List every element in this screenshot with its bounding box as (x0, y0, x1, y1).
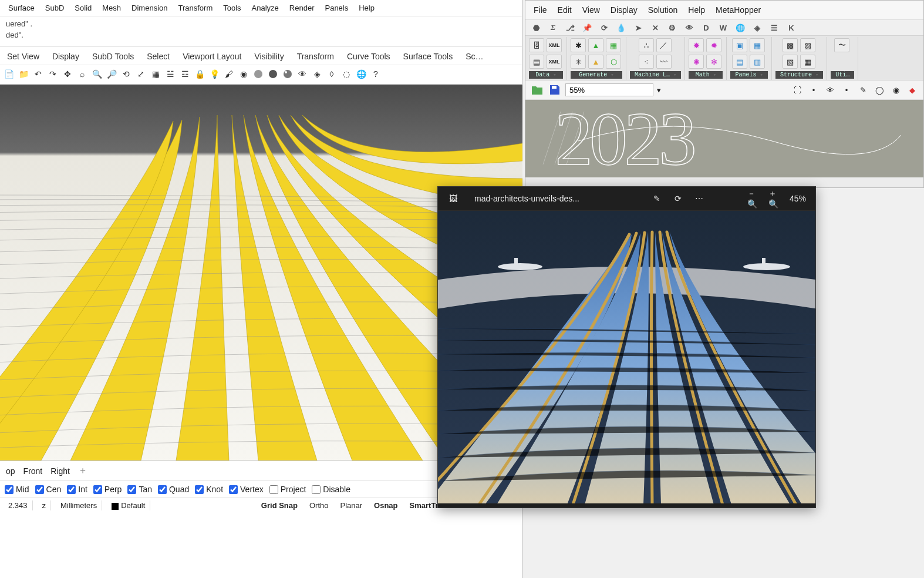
gh-dot-icon[interactable]: • (807, 83, 820, 96)
gh-open-icon[interactable] (530, 83, 544, 97)
photos-rotate-icon[interactable]: ⟳ (672, 193, 684, 204)
status-ortho[interactable]: Ortho (306, 500, 332, 510)
layers-icon[interactable]: ☱ (164, 68, 177, 80)
menu-mesh[interactable]: Mesh (102, 4, 121, 12)
sphere-gray-icon[interactable] (252, 68, 265, 80)
photos-more-icon[interactable]: ⋯ (693, 193, 705, 204)
menu-transform[interactable]: Transform (178, 4, 213, 12)
gh-save-icon[interactable] (548, 83, 562, 97)
gen-hex-icon[interactable]: ⬡ (606, 55, 621, 69)
hide-icon[interactable]: 👁 (296, 68, 309, 80)
menu-solid[interactable]: Solid (75, 4, 92, 12)
pan-icon[interactable]: ✥ (61, 68, 74, 80)
tab-visibility[interactable]: Visibility (254, 52, 284, 61)
pan-rct2-icon[interactable]: ▤ (732, 55, 747, 69)
menu-dimension[interactable]: Dimension (131, 4, 167, 12)
cat-d-icon[interactable]: D (702, 23, 711, 32)
str-mesh2-icon[interactable]: ▨ (800, 38, 815, 52)
gh-focus-icon[interactable]: ⛶ (791, 83, 804, 96)
data-grid-icon[interactable]: ▤ (529, 55, 544, 69)
zoom-prev-icon[interactable]: ⟲ (120, 68, 133, 80)
ml-scatter-icon[interactable]: ∴ (639, 38, 654, 52)
new-icon[interactable]: 📄 (2, 68, 15, 80)
data-xml-icon[interactable]: XML (547, 38, 562, 52)
gh-sphere2-icon[interactable]: ◉ (889, 83, 902, 96)
cat-eye-icon[interactable]: 👁 (684, 23, 694, 32)
status-osnap[interactable]: Osnap (370, 500, 401, 510)
pan-rct-icon[interactable]: ▣ (732, 38, 747, 52)
gh-menu-view[interactable]: View (582, 5, 600, 15)
cat-drop-icon[interactable]: 💧 (616, 23, 626, 32)
zoom-sel-icon[interactable]: 🔎 (105, 68, 118, 80)
tab-subd-tools[interactable]: SubD Tools (92, 52, 134, 61)
help-icon[interactable]: ? (369, 68, 382, 80)
math-star3-icon[interactable]: ✺ (689, 55, 704, 69)
show-sel-icon[interactable]: ◈ (311, 68, 323, 80)
status-layer[interactable]: Default (107, 500, 150, 510)
tab-display[interactable]: Display (52, 52, 79, 61)
vp-tab-add-icon[interactable]: ＋ (78, 465, 87, 477)
cat-gear-icon[interactable]: ⚙ (667, 23, 677, 32)
math-star4-icon[interactable]: ✻ (706, 55, 721, 69)
osnap-project[interactable]: Project (269, 485, 306, 494)
cat-cross-icon[interactable]: ✕ (650, 23, 660, 32)
photos-zoom-out-icon[interactable]: －🔍 (747, 193, 759, 204)
cat-globe-icon[interactable]: 🌐 (736, 23, 745, 32)
redo-icon[interactable]: ↷ (46, 68, 59, 80)
osnap-disable[interactable]: Disable (312, 485, 350, 494)
data-xml2-icon[interactable]: XML (547, 55, 562, 69)
cat-sigma-icon[interactable]: Σ (548, 23, 558, 32)
data-db-icon[interactable]: 🗄 (529, 38, 544, 52)
str-mesh4-icon[interactable]: ▦ (800, 55, 815, 69)
tab-select[interactable]: Select (147, 52, 170, 61)
cat-pin-icon[interactable]: 📌 (582, 23, 592, 32)
sphere-shiny-icon[interactable] (281, 68, 294, 80)
tab-more[interactable]: Sc… (466, 52, 483, 61)
osnap-int[interactable]: Int (67, 485, 87, 494)
menu-tools[interactable]: Tools (223, 4, 241, 12)
color-wheel-icon[interactable]: ◉ (237, 68, 250, 80)
gh-menu-display[interactable]: Display (611, 5, 638, 15)
render-icon[interactable]: 🌐 (355, 68, 367, 80)
gen-tri2-icon[interactable]: ▲ (588, 55, 603, 69)
osnap-vertex[interactable]: Vertex (229, 485, 264, 494)
pan-grd-icon[interactable]: ▦ (750, 38, 765, 52)
math-star1-icon[interactable]: ✸ (689, 38, 704, 52)
gh-menu-help[interactable]: Help (688, 5, 705, 15)
layers-popup-icon[interactable]: ☲ (178, 68, 191, 80)
gh-pen-icon[interactable]: ✎ (856, 83, 869, 96)
tab-transform[interactable]: Transform (297, 52, 334, 61)
osnap-tan[interactable]: Tan (127, 485, 152, 494)
vp-tab-front[interactable]: Front (23, 466, 43, 476)
gh-menu-edit[interactable]: Edit (558, 5, 572, 15)
osnap-knot[interactable]: Knot (195, 485, 223, 494)
tab-viewport-layout[interactable]: Viewport Layout (183, 52, 241, 61)
menu-render[interactable]: Render (289, 4, 315, 12)
util-curve-icon[interactable]: 〜 (834, 38, 849, 52)
photos-zoom-in-icon[interactable]: ＋🔍 (768, 193, 780, 204)
osnap-cen[interactable]: Cen (35, 485, 62, 494)
str-mesh3-icon[interactable]: ▧ (783, 55, 798, 69)
cat-graph-icon[interactable]: ⎇ (565, 23, 575, 32)
tab-curve-tools[interactable]: Curve Tools (347, 52, 390, 61)
light-icon[interactable]: 💡 (208, 68, 221, 80)
photos-image-view[interactable] (438, 211, 815, 503)
undo-icon[interactable]: ↶ (32, 68, 45, 80)
show-all-icon[interactable]: ◊ (325, 68, 338, 80)
open-icon[interactable]: 📁 (17, 68, 30, 80)
osnap-quad[interactable]: Quad (158, 485, 189, 494)
gen-net-icon[interactable]: ✱ (571, 38, 586, 52)
osnap-mid[interactable]: Mid (5, 485, 29, 494)
cat-refresh-icon[interactable]: ⟳ (599, 23, 609, 32)
tab-surface-tools[interactable]: Surface Tools (403, 52, 453, 61)
grid-icon[interactable]: ▦ (149, 68, 162, 80)
cat-hex-icon[interactable]: ⬣ (531, 23, 541, 32)
gh-menu-metahopper[interactable]: MetaHopper (716, 5, 761, 15)
gh-eye-icon[interactable]: 👁 (824, 83, 837, 96)
gen-sq-icon[interactable]: ▦ (606, 38, 621, 52)
cat-k-icon[interactable]: K (787, 23, 796, 32)
status-planar[interactable]: Planar (336, 500, 366, 510)
ghost-icon[interactable]: ◌ (340, 68, 353, 80)
gh-menu-file[interactable]: File (534, 5, 547, 15)
gh-cube-red-icon[interactable]: ◆ (906, 83, 919, 96)
